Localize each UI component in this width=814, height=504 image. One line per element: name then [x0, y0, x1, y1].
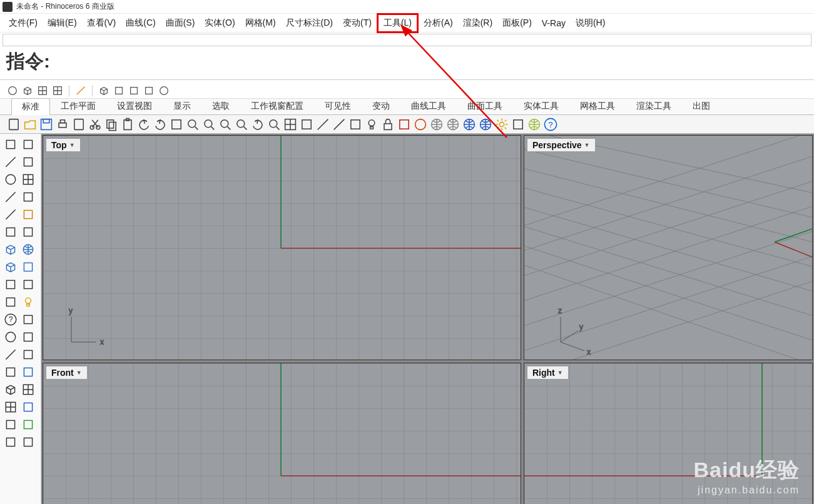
open-icon[interactable]	[23, 117, 38, 132]
menu-面板p[interactable]: 面板(P)	[497, 15, 537, 31]
tab-6[interactable]: 可见性	[314, 98, 362, 114]
redo-icon[interactable]	[153, 117, 168, 132]
bool1-icon[interactable]	[3, 276, 19, 293]
save-icon[interactable]	[39, 117, 54, 132]
menu-尺寸标注d[interactable]: 尺寸标注(D)	[281, 15, 338, 31]
rect2-icon[interactable]	[51, 84, 64, 97]
menu-v-ray[interactable]: V-Ray	[537, 16, 571, 31]
viewport-top[interactable]: Top ▼ xy	[43, 135, 521, 360]
check-icon[interactable]	[20, 416, 36, 433]
viewport-top-title[interactable]: Top ▼	[46, 138, 81, 152]
tab-13[interactable]: 出图	[682, 98, 721, 114]
menu-编辑e[interactable]: 编辑(E)	[43, 15, 82, 31]
viewport-front[interactable]: Front ▼	[43, 363, 521, 504]
tab-3[interactable]: 显示	[163, 98, 201, 114]
curve-icon[interactable]	[315, 117, 330, 132]
dropdown-icon[interactable]: ▼	[584, 142, 590, 148]
pan-icon[interactable]	[169, 117, 184, 132]
grid-icon[interactable]	[3, 399, 19, 415]
box-icon[interactable]	[3, 241, 19, 258]
globe1-icon[interactable]	[429, 117, 444, 132]
zoomwin-icon[interactable]	[218, 117, 233, 132]
light-icon[interactable]	[364, 117, 379, 132]
help-icon[interactable]: ?	[3, 311, 19, 328]
dropdown-icon[interactable]: ▼	[557, 370, 563, 376]
render-icon[interactable]	[478, 117, 493, 132]
menu-网格m[interactable]: 网格(M)	[240, 15, 281, 31]
menu-查看v[interactable]: 查看(V)	[82, 15, 121, 31]
ext-icon[interactable]	[511, 117, 526, 132]
lock-icon[interactable]	[380, 117, 395, 132]
trans-icon[interactable]	[3, 434, 19, 450]
pts2-icon[interactable]	[20, 189, 36, 205]
text-icon[interactable]	[3, 364, 19, 380]
tab-1[interactable]: 工作平面	[50, 98, 106, 114]
fillet-icon[interactable]	[20, 329, 36, 345]
pen-icon[interactable]	[3, 416, 19, 433]
tab-0[interactable]: 标准	[11, 98, 50, 115]
arc-icon[interactable]	[3, 171, 19, 188]
pointer-icon[interactable]	[3, 136, 19, 153]
wave-icon[interactable]	[128, 84, 140, 97]
gumball-icon[interactable]	[348, 117, 363, 132]
menu-实体o[interactable]: 实体(O)	[200, 15, 240, 31]
paste-icon[interactable]	[120, 117, 135, 132]
rotate-icon[interactable]	[250, 117, 265, 132]
viewport-front-title[interactable]: Front ▼	[46, 366, 88, 380]
curve-icon[interactable]	[3, 206, 19, 223]
teapot-icon[interactable]	[21, 84, 34, 97]
viewport-perspective-title[interactable]: Perspective ▼	[527, 138, 596, 152]
tab-11[interactable]: 网格工具	[569, 98, 626, 114]
new-icon[interactable]	[6, 117, 21, 132]
move-icon[interactable]	[20, 136, 36, 153]
menu-说明h[interactable]: 说明(H)	[571, 15, 610, 31]
globe3-icon[interactable]	[462, 117, 477, 132]
gear-icon[interactable]	[494, 117, 509, 132]
light-icon[interactable]	[20, 294, 36, 310]
dropdown-icon[interactable]: ▼	[69, 142, 75, 148]
surface-icon[interactable]	[3, 224, 19, 240]
viewport-right-title[interactable]: Right ▼	[527, 366, 569, 380]
globe2-icon[interactable]	[445, 117, 460, 132]
box2-icon[interactable]	[3, 381, 19, 398]
tag-icon[interactable]	[143, 84, 155, 97]
undo-icon[interactable]	[136, 117, 151, 132]
viewport-right[interactable]: Right ▼ Baidu经验 jingyan.baidu.com	[524, 363, 813, 504]
cut-icon[interactable]	[88, 117, 103, 132]
menu-变动t[interactable]: 变动(T)	[338, 15, 377, 31]
target-icon[interactable]	[158, 84, 170, 97]
command-prompt[interactable]: 指令:	[0, 48, 814, 78]
tab-5[interactable]: 工作视窗配置	[240, 98, 314, 114]
list-icon[interactable]	[20, 399, 36, 415]
curve2-icon[interactable]	[332, 117, 347, 132]
tab-7[interactable]: 变动	[362, 98, 400, 114]
zoom-icon[interactable]	[201, 117, 216, 132]
zoomext-icon[interactable]	[185, 117, 200, 132]
cplane-icon[interactable]	[74, 84, 87, 97]
tile-icon[interactable]	[20, 381, 36, 398]
help-icon[interactable]: ?	[543, 117, 558, 132]
offset-icon[interactable]	[20, 206, 36, 223]
star-icon[interactable]	[3, 294, 19, 310]
menu-工具l[interactable]: 工具(L)	[377, 13, 419, 33]
loft-icon[interactable]	[20, 224, 36, 240]
extrude-icon[interactable]	[3, 259, 19, 275]
tab-9[interactable]: 曲面工具	[457, 98, 513, 114]
tab-8[interactable]: 曲线工具	[400, 98, 457, 114]
print-icon[interactable]	[55, 117, 70, 132]
rect-icon[interactable]	[20, 171, 36, 188]
dot-icon[interactable]	[3, 329, 19, 345]
car-icon[interactable]	[299, 117, 314, 132]
menu-渲染r[interactable]: 渲染(R)	[458, 15, 497, 31]
curve2-icon[interactable]	[3, 346, 19, 363]
sphere-icon[interactable]	[20, 241, 36, 258]
menu-文件f[interactable]: 文件(F)	[4, 15, 43, 31]
menu-曲面s[interactable]: 曲面(S)	[161, 15, 200, 31]
cap-icon[interactable]	[20, 311, 36, 328]
rect-icon[interactable]	[36, 84, 49, 97]
doc-icon[interactable]	[71, 117, 86, 132]
command-history[interactable]	[3, 34, 811, 46]
polyline-icon[interactable]	[3, 189, 19, 205]
menu-分析a[interactable]: 分析(A)	[419, 15, 458, 31]
dropdown-icon[interactable]: ▼	[76, 370, 82, 376]
